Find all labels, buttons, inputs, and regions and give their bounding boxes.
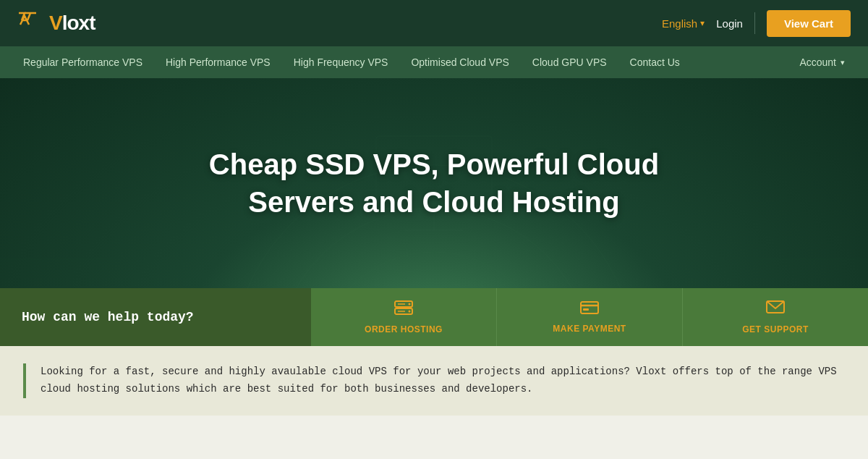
content-section: Looking for a fast, secure and highly av… (0, 346, 868, 416)
svg-rect-21 (583, 308, 589, 311)
help-section: How can we help today? ORDER HOSTING (0, 288, 868, 346)
logo-icon (17, 10, 43, 36)
nav-account-dropdown[interactable]: Account (788, 46, 856, 78)
order-hosting-action[interactable]: ORDER HOSTING (311, 288, 497, 346)
svg-rect-19 (581, 302, 598, 313)
nav-item-high-performance-vps[interactable]: High Performance VPS (154, 46, 282, 78)
nav-item-regular-vps[interactable]: Regular Performance VPS (12, 46, 154, 78)
nav-bar: Regular Performance VPS High Performance… (0, 46, 868, 78)
svg-point-15 (409, 303, 411, 306)
logo[interactable]: Vloxt (17, 10, 95, 36)
make-payment-action[interactable]: MAKE PAYMENT (497, 288, 683, 346)
payment-icon (579, 300, 600, 319)
help-actions: ORDER HOSTING MAKE PAYMENT GET SUPPORT (311, 288, 868, 346)
divider (754, 12, 755, 34)
logo-text: Vloxt (49, 12, 95, 35)
nav-item-cloud-gpu-vps[interactable]: Cloud GPU VPS (521, 46, 618, 78)
language-selector[interactable]: English (662, 17, 705, 30)
hero-content: Cheap SSD VPS, Powerful Cloud Servers an… (195, 117, 673, 250)
view-cart-button[interactable]: View Cart (767, 10, 851, 37)
login-button[interactable]: Login (716, 17, 743, 30)
make-payment-label: MAKE PAYMENT (553, 324, 626, 334)
top-bar: Vloxt English Login View Cart (0, 0, 868, 46)
nav-item-high-frequency-vps[interactable]: High Frequency VPS (282, 46, 400, 78)
content-description: Looking for a fast, secure and highly av… (41, 363, 845, 398)
order-hosting-label: ORDER HOSTING (365, 324, 443, 334)
content-bordered: Looking for a fast, secure and highly av… (23, 363, 845, 398)
server-icon (393, 300, 414, 320)
svg-point-16 (409, 311, 411, 313)
top-bar-right: English Login View Cart (662, 10, 851, 37)
nav-item-contact-us[interactable]: Contact Us (618, 46, 692, 78)
nav-item-optimised-cloud-vps[interactable]: Optimised Cloud VPS (399, 46, 520, 78)
logo-v: V (49, 12, 62, 34)
hero-title: Cheap SSD VPS, Powerful Cloud Servers an… (209, 146, 659, 221)
help-question: How can we help today? (0, 288, 311, 346)
get-support-label: GET SUPPORT (742, 324, 809, 334)
support-icon (765, 300, 786, 320)
get-support-action[interactable]: GET SUPPORT (683, 288, 868, 346)
hero-section: Cheap SSD VPS, Powerful Cloud Servers an… (0, 78, 868, 288)
svg-point-3 (318, 252, 550, 288)
